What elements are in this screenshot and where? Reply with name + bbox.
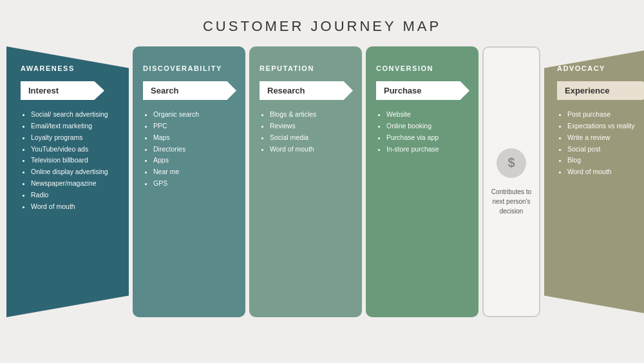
page-title: CUSTOMER JOURNEY MAP bbox=[0, 0, 644, 35]
list-item: Near me bbox=[153, 166, 236, 178]
list-item: Organic search bbox=[153, 109, 236, 121]
conversion-list: Website Online booking Purchase via app … bbox=[376, 109, 469, 155]
list-item: GPS bbox=[153, 178, 236, 190]
list-item: Blogs & articles bbox=[270, 109, 353, 121]
list-item: Directories bbox=[153, 144, 236, 155]
journey-map: AWARENESS Interest Social/ search advert… bbox=[0, 46, 644, 317]
list-item: Apps bbox=[153, 155, 236, 166]
conversion-stage: Purchase bbox=[376, 81, 469, 100]
list-item: Purchase via app bbox=[386, 132, 469, 144]
reputation-header: REPUTATION bbox=[260, 64, 353, 72]
list-item: Social media bbox=[270, 132, 353, 144]
dollar-icon: $ bbox=[497, 148, 526, 178]
list-item: Website bbox=[386, 109, 469, 121]
dollar-description: Contributes to next person's decision bbox=[484, 187, 539, 216]
list-item: Social/ search advertising bbox=[31, 109, 117, 121]
awareness-header: AWARENESS bbox=[21, 64, 117, 72]
col-conversion: CONVERSION Purchase Website Online booki… bbox=[366, 46, 478, 317]
discoverability-stage: Search bbox=[143, 81, 236, 100]
list-item: Online display advertising bbox=[31, 166, 117, 178]
discoverability-header: DISCOVERABILITY bbox=[143, 64, 236, 72]
list-item: Maps bbox=[153, 132, 236, 144]
list-item: Post purchase bbox=[567, 109, 644, 121]
col-reputation: REPUTATION Research Blogs & articles Rev… bbox=[249, 46, 362, 317]
col-discoverability: DISCOVERABILITY Search Organic search PP… bbox=[133, 46, 245, 317]
list-item: Newspaper/magazine bbox=[31, 178, 117, 190]
discoverability-list: Organic search PPC Maps Directories Apps… bbox=[143, 109, 236, 190]
col-awareness: AWARENESS Interest Social/ search advert… bbox=[6, 46, 129, 317]
col-advocacy: ADVOCACY Experience Post purchase Expect… bbox=[544, 46, 644, 317]
list-item: YouTube/video ads bbox=[31, 144, 117, 155]
advocacy-stage: Experience bbox=[557, 81, 644, 100]
list-item: Radio bbox=[31, 190, 117, 201]
list-item: In-store purchase bbox=[386, 144, 469, 155]
list-item: Email/text marketing bbox=[31, 121, 117, 132]
list-item: Write a review bbox=[567, 132, 644, 144]
list-item: Blog bbox=[567, 155, 644, 166]
reputation-list: Blogs & articles Reviews Social media Wo… bbox=[260, 109, 353, 155]
list-item: Television billboard bbox=[31, 155, 117, 166]
list-item: Social post bbox=[567, 144, 644, 155]
list-item: Word of mouth bbox=[31, 201, 117, 213]
list-item: PPC bbox=[153, 121, 236, 132]
reputation-stage: Research bbox=[260, 81, 353, 100]
col-dollar-sign: $ Contributes to next person's decision bbox=[482, 46, 540, 317]
conversion-header: CONVERSION bbox=[376, 64, 469, 72]
awareness-list: Social/ search advertising Email/text ma… bbox=[21, 109, 117, 213]
advocacy-list: Post purchase Expectations vs reality Wr… bbox=[557, 109, 644, 178]
advocacy-header: ADVOCACY bbox=[557, 64, 644, 72]
list-item: Online booking bbox=[386, 121, 469, 132]
list-item: Reviews bbox=[270, 121, 353, 132]
list-item: Loyalty programs bbox=[31, 132, 117, 144]
awareness-stage: Interest bbox=[21, 81, 104, 100]
list-item: Word of mouth bbox=[270, 144, 353, 155]
list-item: Word of mouth bbox=[567, 166, 644, 178]
list-item: Expectations vs reality bbox=[567, 121, 644, 132]
